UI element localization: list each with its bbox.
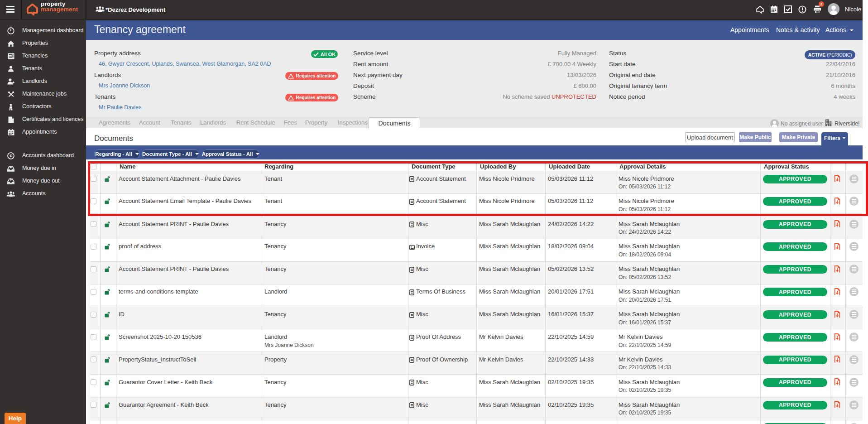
- svg-text:€: €: [10, 153, 12, 158]
